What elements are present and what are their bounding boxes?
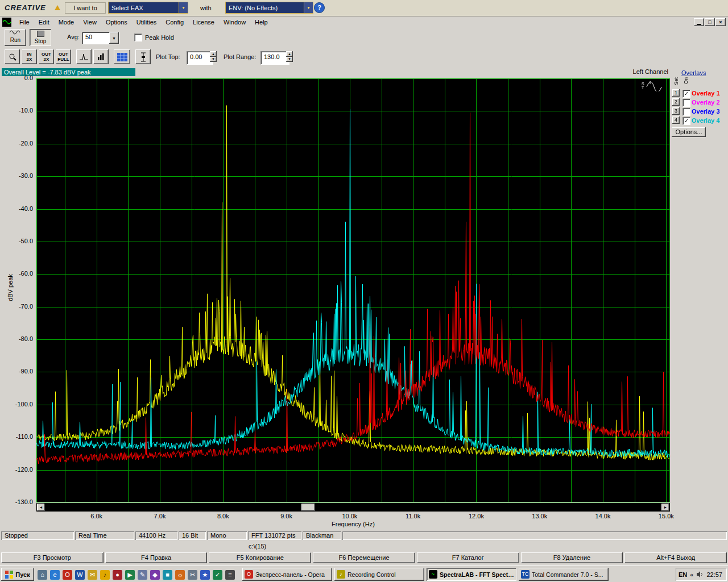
quick-launch-icon[interactable]: ✎	[138, 570, 147, 580]
scroll-left-icon[interactable]: ◄	[37, 504, 45, 511]
zoom-out-full-button[interactable]: OUT FULL	[56, 49, 71, 64]
spectrogram-grid-icon	[117, 53, 127, 61]
overlay-1-checkbox[interactable]: ✓	[682, 90, 690, 98]
vertical-slider-icon	[140, 52, 146, 62]
quick-launch-icon[interactable]: ♪	[100, 570, 110, 580]
spin-down-icon[interactable]: ▼	[210, 57, 217, 63]
plot-top-spinner[interactable]: ▲▼	[210, 51, 217, 62]
fn-key-f3-view[interactable]: F3 Просмотр	[1, 552, 104, 563]
close-button[interactable]: ×	[715, 18, 726, 26]
spin-up-icon[interactable]: ▲	[286, 51, 293, 57]
taskbar: Пуск ⌂eOW✉♪●▶✎◆■☼✂★✓≡ O Экспресс-панель …	[0, 566, 728, 582]
plot-scrollbar[interactable]: ◄ ►	[36, 503, 670, 512]
y-tick-label: -50.0	[0, 238, 33, 244]
menu-item-config[interactable]: Config	[161, 18, 188, 27]
spectrum-plot[interactable]	[36, 78, 670, 502]
dropdown-arrow-icon[interactable]: ▼	[179, 2, 188, 13]
overlay-3-checkbox[interactable]	[682, 108, 690, 116]
fn-key-f8-delete[interactable]: F8 Удаление	[521, 552, 623, 563]
menu-item-help[interactable]: Help	[250, 18, 272, 27]
help-icon[interactable]: ?	[314, 2, 325, 13]
fn-key-f7-mkdir[interactable]: F7 Каталог	[417, 552, 519, 563]
overlays-title[interactable]: Overlays	[681, 69, 706, 76]
status-window-function: Blackman	[303, 531, 341, 540]
scroll-right-icon[interactable]: ►	[661, 504, 669, 511]
quick-launch-icon[interactable]: O	[63, 570, 72, 580]
task-button-total-commander[interactable]: TC Total Commander 7.0 - S...	[519, 568, 609, 581]
quick-launch-icon[interactable]: e	[50, 570, 60, 580]
fn-key-f6-move[interactable]: F6 Перемещение	[313, 552, 415, 563]
start-label: Пуск	[15, 571, 30, 578]
spectrum-view-button[interactable]	[76, 49, 92, 64]
menu-item-mode[interactable]: Mode	[54, 18, 79, 27]
overlays-on-header: On	[683, 77, 689, 84]
menu-item-window[interactable]: Window	[219, 18, 250, 27]
quick-launch-icon[interactable]: ✓	[213, 570, 222, 580]
quick-launch-icon[interactable]: ●	[113, 570, 122, 580]
overlay-2-checkbox[interactable]	[682, 99, 690, 107]
plot-range-spinner[interactable]: ▲▼	[286, 51, 293, 62]
overlay-2-set-button[interactable]: 2	[672, 98, 680, 106]
menu-item-options[interactable]: Options	[101, 18, 132, 27]
tc-current-path[interactable]: c:\(15)	[249, 543, 266, 550]
select-eax-dropdown[interactable]: Select EAX ▼	[108, 2, 188, 14]
menu-item-utilities[interactable]: Utilities	[132, 18, 161, 27]
menu-item-file[interactable]: File	[15, 18, 34, 27]
clock[interactable]: 22:57	[706, 571, 722, 578]
plot-top-field[interactable]: 0.00	[187, 51, 213, 65]
task-button-spectralab[interactable]: ~ SpectraLAB - FFT Spectr...	[427, 568, 516, 581]
overlay-3-set-button[interactable]: 3	[672, 107, 680, 115]
stop-button[interactable]: Stop	[30, 29, 51, 46]
scrollbar-thumb[interactable]	[301, 504, 315, 511]
avg-dropdown[interactable]: 50 ▼	[82, 32, 119, 44]
env-dropdown[interactable]: ENV: (No Effects) ▼	[225, 2, 313, 14]
run-label: Run	[5, 37, 26, 43]
marker-tool-button[interactable]	[135, 49, 151, 64]
dropdown-arrow-icon[interactable]: ▼	[304, 2, 313, 13]
dropdown-arrow-icon[interactable]: ▼	[109, 32, 119, 44]
fn-key-f5-copy[interactable]: F5 Копирование	[209, 552, 311, 563]
spectrogram-view-button[interactable]	[114, 49, 130, 64]
app-icon[interactable]	[2, 18, 11, 27]
quick-launch-icon[interactable]: ⌂	[38, 570, 47, 580]
quick-launch-icon[interactable]: ■	[163, 570, 172, 580]
spin-down-icon[interactable]: ▼	[286, 57, 293, 63]
i-want-to-button[interactable]: I want to	[65, 2, 106, 14]
menu-item-edit[interactable]: Edit	[34, 18, 54, 27]
x-tick-label: 14.0k	[595, 513, 611, 519]
quick-launch-icon[interactable]: ★	[200, 570, 210, 580]
task-button-recording-control[interactable]: ♪ Recording Control	[334, 568, 424, 581]
overlay-4-checkbox[interactable]: ✓	[682, 117, 690, 125]
quick-launch-icon[interactable]: ▶	[125, 570, 135, 580]
task-button-opera[interactable]: O Экспресс-панель - Opera	[242, 568, 332, 581]
quick-launch-icon[interactable]: ✉	[88, 570, 97, 580]
quick-launch-icon[interactable]: ≡	[225, 570, 235, 580]
overlays-options-button[interactable]: Options...	[672, 127, 706, 137]
peak-hold-checkbox[interactable]	[134, 34, 142, 41]
bars-view-button[interactable]	[93, 49, 109, 64]
menu-item-license[interactable]: License	[188, 18, 219, 27]
zoom-out-2x-button[interactable]: OUT 2X	[39, 49, 54, 64]
quick-launch-icon[interactable]: W	[75, 570, 85, 580]
quick-launch-icon[interactable]: ✂	[188, 570, 197, 580]
menu-item-view[interactable]: View	[78, 18, 101, 27]
restore-button[interactable]: □	[705, 18, 715, 26]
overlay-mode-icon: ST	[642, 80, 669, 92]
overlay-4-set-button[interactable]: 4	[672, 117, 680, 124]
minimize-button[interactable]	[694, 18, 704, 26]
quick-launch-icon[interactable]: ◆	[150, 570, 160, 580]
start-button[interactable]: Пуск	[1, 568, 34, 581]
run-button[interactable]: Run	[5, 29, 26, 46]
plot-range-field[interactable]: 130.0	[260, 51, 289, 65]
language-indicator[interactable]: EN	[679, 571, 687, 578]
status-run-state: Stopped	[1, 531, 74, 540]
overlay-1-set-button[interactable]: 1	[672, 89, 680, 97]
fn-key-altf4-exit[interactable]: Alt+F4 Выход	[624, 552, 727, 563]
zoom-in-2x-button[interactable]: IN 2X	[22, 49, 37, 64]
tray-expand-chevron[interactable]: «	[690, 571, 693, 578]
fn-key-f4-edit[interactable]: F4 Правка	[105, 552, 208, 563]
volume-icon[interactable]	[696, 571, 704, 578]
spin-up-icon[interactable]: ▲	[210, 51, 217, 57]
quick-launch-icon[interactable]: ☼	[175, 570, 185, 580]
zoom-tool-button[interactable]	[5, 49, 20, 64]
